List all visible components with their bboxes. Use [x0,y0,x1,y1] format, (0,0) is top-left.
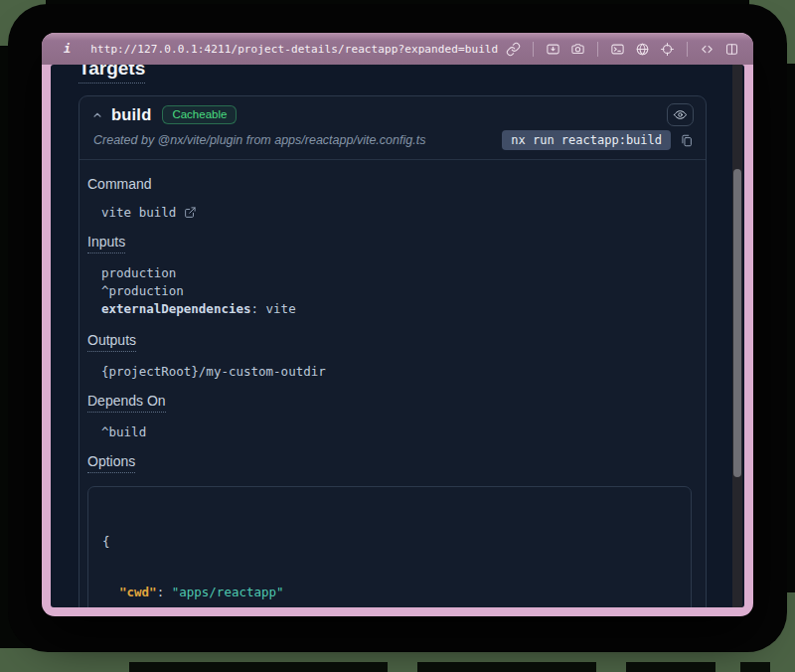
build-card-header[interactable]: build Cacheable Created by @nx/vite/plug… [80,96,706,159]
chevron-up-icon [91,109,103,121]
copy-command-button[interactable] [680,133,694,148]
code-brackets-icon[interactable] [700,42,715,57]
desktop-dock-blob [740,662,770,672]
split-view-icon[interactable] [724,42,739,57]
copy-icon [680,133,694,148]
section-heading-depends-on: Depends On [87,393,692,413]
browser-window: i http://127.0.0.1:4211/project-details/… [42,33,753,616]
globe-icon[interactable] [635,42,650,57]
save-page-icon[interactable] [546,42,560,57]
depends-on-item: ^build [101,424,692,439]
page-title: Targets [79,65,145,84]
target-card-build: build Cacheable Created by @nx/vite/plug… [79,95,707,607]
crosshair-icon[interactable] [660,42,675,57]
build-card-body: Command vite build Inputs production ^pr… [80,160,706,607]
created-by-text: Created by @nx/vite/plugin from apps/rea… [93,133,425,147]
section-heading-command: Command [87,176,692,192]
input-item: externalDependencies: vite [101,300,692,318]
desktop: i http://127.0.0.1:4211/project-details/… [0,0,795,672]
browser-toolbar: i http://127.0.0.1:4211/project-details/… [42,33,753,65]
external-link-icon[interactable] [184,206,197,219]
desktop-dock-blob [129,662,388,672]
section-heading-outputs: Outputs [87,332,692,352]
link-icon[interactable] [506,42,521,57]
toolbar-separator [597,42,598,57]
code-line: "cwd": "apps/reactapp" [102,584,677,600]
scroll-area: Targets build Cacheable [51,65,730,607]
toolbar-separator [533,42,534,57]
desktop-dock-blob [417,662,596,672]
toolbar-actions [506,42,739,57]
section-heading-inputs: Inputs [87,234,692,253]
command-value: vite build [101,205,176,220]
toolbar-separator [687,42,688,57]
input-item: production [101,264,692,282]
project-details-page: Targets build Cacheable [51,65,744,607]
eye-icon [673,107,688,122]
scrollbar-thumb[interactable] [733,169,741,477]
output-item: {projectRoot}/my-custom-outdir [101,364,692,379]
scrollbar-track[interactable] [732,65,742,607]
camera-icon[interactable] [570,42,585,57]
section-heading-options: Options [87,453,692,473]
target-name: build [111,105,151,124]
info-icon: i [64,42,71,56]
input-item: ^production [101,282,692,300]
run-command-chip: nx run reactapp:build [502,130,671,150]
options-code-block: { "cwd": "apps/reactapp" } [87,486,692,607]
terminal-icon[interactable] [610,42,625,57]
view-target-button[interactable] [667,103,694,126]
address-bar[interactable]: http://127.0.0.1:4211/project-details/re… [90,43,498,56]
code-line: { [102,533,677,550]
desktop-dock-blob [626,662,716,672]
cacheable-badge: Cacheable [162,105,237,124]
inputs-list: production ^production externalDependenc… [101,264,692,318]
